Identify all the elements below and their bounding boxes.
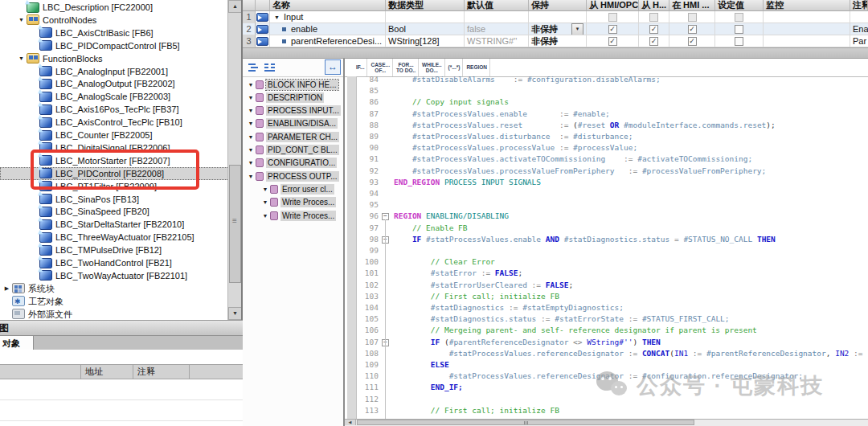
outline-item[interactable]: ▼Error user cl...	[243, 182, 343, 195]
table-column-header[interactable]: 默认值	[465, 0, 529, 11]
outline-item[interactable]: ▼PARAMETER CH...	[243, 130, 343, 143]
outline-item[interactable]: ▼CONFIGURATIO...	[243, 157, 343, 170]
collapse-sections-icon[interactable]	[264, 62, 276, 72]
cell-retain[interactable]: 非保持	[529, 35, 587, 47]
checkbox-checked[interactable]: ✓	[688, 37, 697, 46]
code-line-98[interactable]: 98− IF #statProcessValues.enable AND #st…	[345, 234, 868, 245]
table-column-header[interactable]: 设定值	[715, 0, 764, 11]
tree-scrollbar[interactable]: ▲ ▼	[227, 0, 242, 320]
outline-expander-icon[interactable]: ▼	[246, 134, 256, 140]
outline-expander-icon[interactable]: ▼	[246, 147, 256, 153]
checkbox-unchecked[interactable]	[735, 13, 743, 22]
checkbox-unchecked[interactable]	[608, 13, 617, 22]
tree-item-lbc_twohandcontrol-fb21-[interactable]: LBC_TwoHandControl [FB21]	[0, 256, 227, 269]
cell-datatype[interactable]: WString[128]	[386, 35, 465, 47]
snippet-button-if[interactable]: IF...	[353, 59, 367, 76]
code-line-109[interactable]: 109 ELSE	[345, 359, 868, 371]
table-column-header[interactable]: 保持	[529, 0, 587, 11]
outline-item[interactable]: ▼DESCRIPTION	[243, 91, 343, 104]
snippet-button-region[interactable]: REGION	[463, 59, 490, 76]
code-line-95[interactable]: 95	[345, 199, 868, 211]
outline-expander-icon[interactable]: ▼	[246, 108, 256, 113]
table-column-header[interactable]: 注释	[850, 0, 868, 11]
cell-monitor[interactable]	[764, 23, 850, 35]
code-line-113[interactable]: 113 // First call; initialize FB	[345, 405, 868, 416]
checkbox-unchecked[interactable]	[688, 13, 697, 22]
outline-expander-icon[interactable]: ▼	[246, 174, 256, 179]
checkbox-checked[interactable]: ✓	[649, 37, 658, 46]
tree-item-lbc_analoginput-fb22001-[interactable]: LBC_AnalogInput [FB22001]	[0, 65, 227, 78]
column-address[interactable]: 地址	[80, 365, 133, 379]
code-line-87[interactable]: 87 #statProcessValues.enable := #enable;	[345, 109, 868, 120]
scroll-left-icon[interactable]: ◀	[345, 420, 356, 425]
tree-item-controlnodes[interactable]: ▼ControlNodes	[0, 14, 227, 27]
expand-sections-icon[interactable]	[248, 62, 260, 72]
cell-monitor[interactable]	[764, 35, 850, 47]
tree-scrollbar-thumb[interactable]	[229, 165, 241, 283]
tree-item-lbc_pidcontrol-fb22008-[interactable]: LBC_PIDControl [FB22008]	[0, 167, 227, 180]
code-line-103[interactable]: 103 // First call; initialize FB	[345, 291, 868, 302]
cell-retain[interactable]	[529, 11, 587, 23]
code-line-84[interactable]: 84 #statDisableAlarms := #configuration.…	[345, 76, 868, 85]
checkbox-checked[interactable]: ✓	[608, 25, 617, 34]
table-column-header[interactable]: 在 HMI ...	[669, 0, 715, 11]
tree-item-lbc_pt1filter-fb22009-[interactable]: LBC_PT1Filter [FB22009]	[0, 180, 227, 193]
code-line-90[interactable]: 90 #statProcessValues.processValue := #p…	[345, 142, 868, 154]
tree-item-lbc_digitalsignal-fb22006-[interactable]: LBC_DigitalSignal [FB22006]	[0, 141, 227, 154]
tree-expander-icon[interactable]: ▶	[2, 282, 12, 295]
cell-comment[interactable]: Ena	[850, 23, 868, 35]
project-tree[interactable]: LBC_Description [FC22000]▼ControlNodesLB…	[0, 0, 227, 320]
outline-expander-icon[interactable]: ▼	[260, 213, 270, 219]
column-comment[interactable]: 注释	[133, 365, 189, 379]
cell-default-value[interactable]: WSTRING#''	[465, 35, 529, 47]
outline-item[interactable]: ▼ENABLING/DISA...	[243, 117, 343, 130]
code-line-85[interactable]: 85	[345, 85, 868, 96]
editor-horizontal-scrollbar[interactable]: ◀	[345, 419, 868, 426]
code-line-91[interactable]: 91 #statProcessValues.activateTOCommissi…	[345, 154, 868, 165]
snippet-button-caseof[interactable]: CASE... OF...	[367, 59, 392, 76]
tree-item-lbc_axiscontrol_tecplc-fb10-[interactable]: LBC_AxisControl_TecPlc [FB10]	[0, 116, 227, 129]
outline-expander-icon[interactable]: ▼	[260, 199, 270, 205]
code-line-96[interactable]: 96−REGION ENABLING/DISABLING	[345, 211, 868, 222]
table-column-header[interactable]: 监控	[764, 0, 850, 11]
outline-expander-icon[interactable]: ▼	[246, 121, 256, 126]
code-line-110[interactable]: 110 #statProcessValues.referenceDesignat…	[345, 371, 868, 382]
tree-item-lbc_motorstarter-fb22007-[interactable]: LBC_MotorStarter [FB22007]	[0, 154, 227, 167]
cell-monitor[interactable]	[764, 11, 850, 23]
snippet-button-fortodo[interactable]: FOR... TO DO..	[393, 59, 419, 76]
code-line-104[interactable]: 104 #statDiagnostics := #statEmptyDiagno…	[345, 302, 868, 313]
cell-datatype[interactable]	[386, 11, 465, 23]
outline-item[interactable]: ▼Write Proces...	[243, 196, 343, 209]
table-column-header[interactable]: 从 H...	[639, 0, 669, 11]
code-line-107[interactable]: 107− IF (#parentReferenceDesignator <> W…	[345, 337, 868, 348]
tree-item-functionblocks[interactable]: ▼FunctionBlocks	[0, 52, 227, 65]
hscrollbar-thumb[interactable]	[357, 420, 694, 425]
checkbox-unchecked[interactable]	[649, 13, 658, 22]
code-line-99[interactable]: 99	[345, 245, 868, 256]
code-line-108[interactable]: 108 #statProcessValues.referenceDesignat…	[345, 348, 868, 359]
cell-comment[interactable]: Par	[850, 35, 868, 47]
scl-code-editor[interactable]: IF...CASE... OF...FOR... TO DO..WHILE.. …	[345, 59, 868, 426]
scroll-up-icon[interactable]: ▲	[228, 0, 242, 13]
checkbox-checked[interactable]: ✓	[649, 25, 658, 34]
code-line-92[interactable]: 92 #statProcessValues.processValueFromPe…	[345, 166, 868, 177]
cell-default-value[interactable]: false	[465, 23, 529, 35]
tree-item-lbc_threewayactuator-fb22105-[interactable]: LBC_ThreeWayActuator [FB22105]	[0, 231, 227, 244]
code-line-112[interactable]: 112	[345, 394, 868, 405]
tab-objects[interactable]: 对象	[0, 336, 34, 350]
code-line-105[interactable]: 105 #statDiagnostics.status := #statErro…	[345, 313, 868, 325]
group-expander-icon[interactable]: ▼	[274, 14, 280, 20]
checkbox-unchecked[interactable]	[735, 37, 743, 46]
tree-item-lbc_analogoutput-fb22002-[interactable]: LBC_AnalogOutput [FB22002]	[0, 77, 227, 90]
cell-comment[interactable]	[850, 11, 868, 23]
table-row[interactable]: 1▼Input	[243, 11, 868, 23]
table-column-header[interactable]: 从 HMI/OPC..	[587, 0, 639, 11]
code-line-89[interactable]: 89 #statProcessValues.disturbance := #di…	[345, 131, 868, 142]
outline-item[interactable]: ▼PID_CONT_C BL...	[243, 144, 343, 157]
tree-item-工艺对象[interactable]: 工艺对象	[0, 295, 227, 308]
code-line-102[interactable]: 102 #statErrorUserCleared := FALSE;	[345, 280, 868, 291]
code-line-88[interactable]: 88 #statProcessValues.reset := (#reset O…	[345, 120, 868, 131]
tree-expander-icon[interactable]: ▼	[16, 52, 27, 65]
tree-item-lbc_stardeltastarter-fb22010-[interactable]: LBC_StarDeltaStarter [FB22010]	[0, 218, 227, 231]
tree-item-lbc_analogscale-fb22003-[interactable]: LBC_AnalogScale [FB22003]	[0, 90, 227, 103]
